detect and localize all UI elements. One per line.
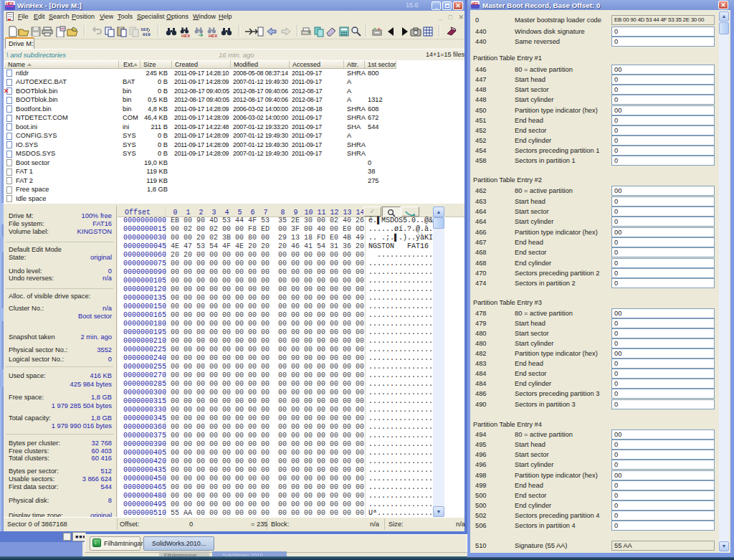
svg-text:HEX: HEX (209, 34, 217, 37)
svg-text:101: 101 (140, 27, 148, 32)
svg-text:HEX: HEX (181, 34, 190, 37)
svg-text:010: 010 (143, 32, 151, 37)
